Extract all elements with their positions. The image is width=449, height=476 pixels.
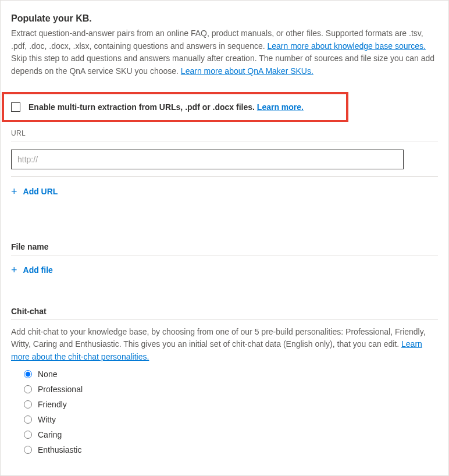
chitchat-option: Caring [24, 430, 438, 439]
chitchat-option: Friendly [24, 400, 438, 409]
chitchat-radio-label[interactable]: Enthusiastic [38, 445, 81, 454]
chitchat-radio-none[interactable] [24, 370, 32, 378]
multiturn-highlight-box: Enable multi-turn extraction from URLs, … [2, 92, 348, 122]
chitchat-radio-label[interactable]: Caring [38, 430, 62, 439]
add-url-label: Add URL [23, 187, 58, 196]
chitchat-radio-witty[interactable] [24, 415, 32, 424]
chitchat-desc-text: Add chit-chat to your knowledge base, by… [11, 327, 426, 349]
chitchat-description: Add chit-chat to your knowledge base, by… [11, 326, 438, 364]
add-file-label: Add file [23, 265, 53, 275]
chitchat-option: Witty [24, 415, 438, 424]
add-file-button[interactable]: + Add file [11, 265, 53, 275]
multiturn-label-text: Enable multi-turn extraction from URLs, … [28, 102, 257, 112]
chitchat-radio-label[interactable]: Witty [38, 415, 56, 424]
learn-more-sku-link[interactable]: Learn more about QnA Maker SKUs. [181, 66, 313, 76]
divider [11, 176, 438, 177]
chitchat-title: Chit-chat [11, 307, 438, 316]
multiturn-checkbox[interactable] [11, 102, 20, 112]
chitchat-radio-label[interactable]: None [38, 370, 57, 379]
chitchat-radio-professional[interactable] [24, 385, 32, 393]
page-title: Populate your KB. [11, 13, 438, 24]
multiturn-label: Enable multi-turn extraction from URLs, … [28, 102, 304, 112]
chitchat-radio-enthusiastic[interactable] [24, 446, 32, 454]
multiturn-learn-more-link[interactable]: Learn more. [257, 102, 304, 112]
chitchat-radio-group: NoneProfessionalFriendlyWittyCaringEnthu… [11, 370, 438, 454]
chitchat-radio-label[interactable]: Friendly [38, 400, 67, 409]
chitchat-radio-label[interactable]: Professional [38, 385, 83, 394]
file-name-label: File name [11, 242, 438, 251]
learn-more-kb-sources-link[interactable]: Learn more about knowledge base sources. [267, 41, 425, 51]
chitchat-radio-friendly[interactable] [24, 400, 32, 408]
divider [11, 141, 438, 141]
chitchat-option: Professional [24, 385, 438, 394]
url-input[interactable] [11, 150, 404, 169]
chitchat-option: None [24, 370, 438, 379]
divider [11, 255, 438, 255]
chitchat-radio-caring[interactable] [24, 431, 32, 439]
url-field-label: URL [11, 129, 438, 137]
chitchat-option: Enthusiastic [24, 445, 438, 454]
plus-icon: + [11, 186, 17, 197]
plus-icon: + [11, 265, 17, 275]
kb-description: Extract question-and-answer pairs from a… [11, 27, 438, 78]
add-url-button[interactable]: + Add URL [11, 186, 58, 197]
divider [11, 319, 438, 320]
